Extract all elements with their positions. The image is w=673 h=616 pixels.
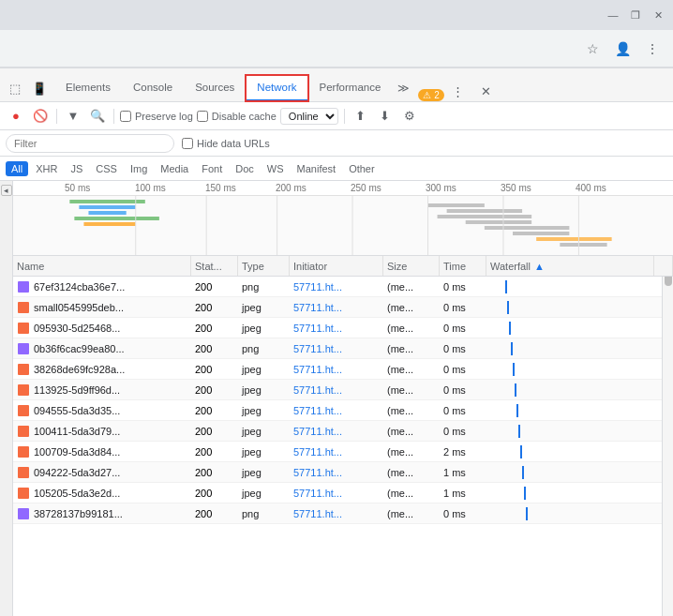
tab-performance[interactable]: Performance — [308, 75, 393, 101]
type-js-button[interactable]: JS — [65, 161, 88, 176]
sidebar-collapse-button[interactable]: ◂ — [1, 185, 12, 196]
header-initiator[interactable]: Initiator — [290, 256, 383, 276]
waterfall-line — [511, 342, 513, 355]
table-row[interactable]: 100709-5da3d84... 200 jpeg 57711.ht... (… — [13, 442, 673, 462]
type-media-button[interactable]: Media — [155, 161, 194, 176]
svg-rect-8 — [466, 220, 531, 224]
tab-network[interactable]: Network — [246, 75, 307, 101]
hide-data-urls-checkbox[interactable] — [182, 138, 193, 149]
title-bar: — ❐ ✕ — [0, 0, 673, 30]
hide-data-urls-label[interactable]: Hide data URLs — [182, 138, 270, 149]
upload-icon[interactable]: ⬆ — [351, 106, 371, 127]
throttle-select[interactable]: Online — [280, 108, 338, 125]
cell-status: 200 — [191, 359, 238, 379]
header-size[interactable]: Size — [383, 256, 440, 276]
table-row[interactable]: 094222-5da3d27... 200 jpeg 57711.ht... (… — [13, 462, 673, 483]
waterfall-line — [518, 425, 520, 438]
type-xhr-button[interactable]: XHR — [30, 161, 63, 176]
cell-size: (me... — [383, 483, 440, 503]
filter-icon[interactable]: ▼ — [63, 106, 83, 127]
tab-elements[interactable]: Elements — [54, 75, 122, 101]
disable-cache-label[interactable]: Disable cache — [197, 111, 277, 122]
waterfall-line — [524, 487, 526, 500]
table-row[interactable]: 105205-5da3e2d... 200 jpeg 57711.ht... (… — [13, 483, 673, 503]
filter-input[interactable] — [6, 134, 174, 153]
type-filter-bar: All XHR JS CSS Img Media Font Doc WS Man… — [0, 157, 673, 181]
cell-size: (me... — [383, 442, 440, 461]
svg-rect-7 — [438, 215, 532, 218]
type-manifest-button[interactable]: Manifest — [292, 161, 342, 176]
type-doc-button[interactable]: Doc — [230, 161, 260, 176]
type-img-button[interactable]: Img — [125, 161, 153, 176]
table-row[interactable]: 38268de69fc928a... 200 jpeg 57711.ht... … — [13, 359, 673, 380]
table-row[interactable]: 095930-5d25468... 200 jpeg 57711.ht... (… — [13, 318, 673, 338]
table-row[interactable]: 0b36f6cac99ea80... 200 png 57711.ht... (… — [13, 338, 673, 359]
cell-type: jpeg — [238, 421, 290, 441]
cell-status: 200 — [191, 380, 238, 399]
minimize-button[interactable]: — — [606, 8, 621, 23]
table-row[interactable]: 113925-5d9ff96d... 200 jpeg 57711.ht... … — [13, 380, 673, 400]
waterfall-line — [513, 363, 515, 376]
header-time[interactable]: Time — [440, 256, 486, 276]
svg-rect-6 — [447, 209, 522, 213]
settings-icon[interactable]: ⚙ — [399, 106, 420, 127]
type-ws-button[interactable]: WS — [262, 161, 290, 176]
stop-button[interactable]: 🚫 — [30, 106, 51, 127]
record-button[interactable]: ● — [6, 106, 26, 127]
cell-type: jpeg — [238, 380, 290, 399]
type-font-button[interactable]: Font — [196, 161, 228, 176]
table-row[interactable]: small0545995deb... 200 jpeg 57711.ht... … — [13, 297, 673, 318]
search-icon[interactable]: 🔍 — [87, 106, 108, 127]
file-type-icon — [17, 425, 30, 438]
cell-type: jpeg — [238, 442, 290, 461]
devtools-menu-icon[interactable]: ⋮ — [448, 81, 469, 101]
cell-type: jpeg — [238, 297, 290, 317]
network-toolbar: ● 🚫 ▼ 🔍 Preserve log Disable cache Onlin… — [0, 102, 673, 130]
header-type[interactable]: Type — [238, 256, 290, 276]
table-row[interactable]: 67ef3124cba36e7... 200 png 57711.ht... (… — [13, 277, 673, 297]
cell-time: 1 ms — [440, 483, 486, 503]
file-type-icon — [17, 445, 30, 458]
cell-initiator: 57711.ht... — [290, 318, 383, 338]
disable-cache-checkbox[interactable] — [197, 111, 208, 122]
cell-size: (me... — [383, 359, 440, 379]
type-other-button[interactable]: Other — [343, 161, 381, 176]
separator-1 — [56, 109, 57, 124]
cell-waterfall — [486, 318, 654, 338]
type-css-button[interactable]: CSS — [90, 161, 123, 176]
header-name[interactable]: Name — [13, 256, 191, 276]
table-row[interactable]: 100411-5da3d79... 200 jpeg 57711.ht... (… — [13, 421, 673, 442]
warning-badge[interactable]: ⚠ 2 — [418, 89, 443, 101]
table-row[interactable]: 094555-5da3d35... 200 jpeg 57711.ht... (… — [13, 400, 673, 421]
cell-initiator: 57711.ht... — [290, 380, 383, 399]
star-icon[interactable]: ☆ — [583, 39, 602, 58]
cell-status: 200 — [191, 400, 238, 420]
devtools-close-icon[interactable]: ✕ — [476, 81, 497, 101]
close-button[interactable]: ✕ — [651, 8, 666, 23]
waterfall-line — [505, 280, 507, 293]
cell-name: 0b36f6cac99ea80... — [13, 338, 191, 358]
network-table[interactable]: Name Stat... Type Initiator Size Time Wa… — [13, 256, 673, 616]
scrollbar-track[interactable] — [662, 256, 673, 616]
waterfall-line — [522, 466, 524, 479]
cell-size: (me... — [383, 297, 440, 317]
preserve-log-label[interactable]: Preserve log — [120, 111, 193, 122]
more-tabs-button[interactable]: ≫ — [392, 75, 414, 101]
table-header: Name Stat... Type Initiator Size Time Wa… — [13, 256, 673, 277]
waterfall-line — [515, 383, 516, 397]
maximize-button[interactable]: ❐ — [628, 8, 643, 23]
tab-console[interactable]: Console — [122, 75, 184, 101]
account-icon[interactable]: 👤 — [613, 39, 632, 58]
download-icon[interactable]: ⬇ — [375, 106, 396, 127]
tab-sources[interactable]: Sources — [184, 75, 246, 101]
device-icon[interactable]: 📱 — [28, 75, 51, 101]
inspect-icon[interactable]: ⬚ — [4, 75, 26, 101]
cell-initiator: 57711.ht... — [290, 483, 383, 503]
type-all-button[interactable]: All — [6, 161, 28, 176]
browser-menu-icon[interactable]: ⋮ — [643, 39, 662, 58]
preserve-log-checkbox[interactable] — [120, 111, 131, 122]
cell-name: 113925-5d9ff96d... — [13, 380, 191, 399]
table-row[interactable]: 38728137b99181... 200 png 57711.ht... (m… — [13, 503, 673, 524]
header-status[interactable]: Stat... — [191, 256, 238, 276]
header-waterfall[interactable]: Waterfall ▲ — [486, 256, 654, 276]
